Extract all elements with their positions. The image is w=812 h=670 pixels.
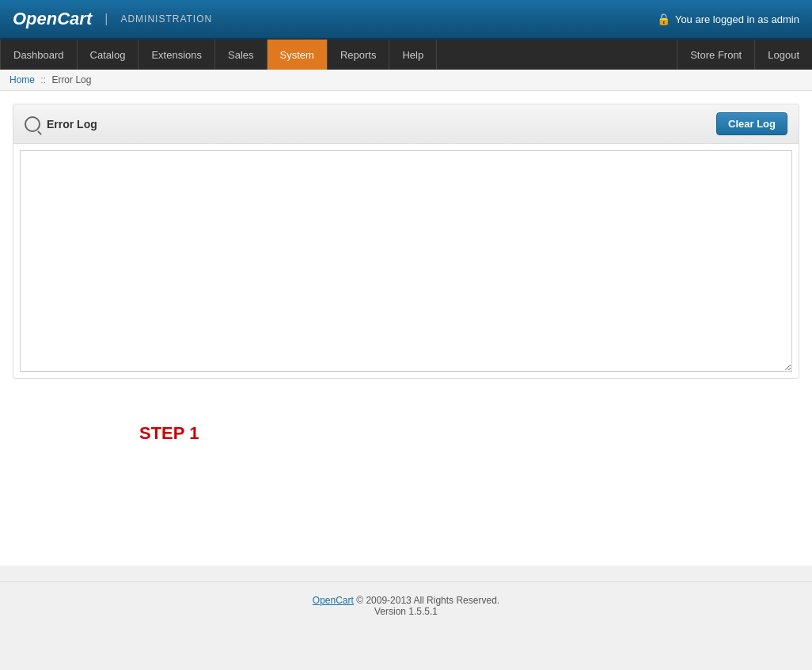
clear-log-button[interactable]: Clear Log [716,112,787,135]
error-log-panel: Error Log Clear Log [13,104,799,379]
step-text: STEP 1 [13,392,799,475]
log-textarea[interactable] [20,150,792,372]
main-content: Error Log Clear Log STEP 1 [0,91,812,566]
breadcrumb-home[interactable]: Home [9,74,35,85]
panel-title: Error Log [25,116,97,132]
panel-title-text: Error Log [47,118,97,131]
admin-label: ADMINISTRATION [120,13,212,25]
logo: OpenCart [13,9,92,29]
nav-catalog[interactable]: Catalog [78,40,139,70]
footer-brand-link[interactable]: OpenCart [313,595,354,606]
nav-system[interactable]: System [268,40,328,70]
nav-dashboard[interactable]: Dashboard [0,40,78,70]
nav-help[interactable]: Help [389,40,437,70]
nav-extensions[interactable]: Extensions [138,40,215,70]
footer-line1: OpenCart © 2009-2013 All Rights Reserved… [13,595,799,606]
header: OpenCart | ADMINISTRATION 🔒 You are logg… [0,0,812,40]
lock-icon: 🔒 [657,13,670,25]
nav-logout[interactable]: Logout [754,40,812,70]
logged-in-text: You are logged in as admin [675,13,799,25]
breadcrumb: Home :: Error Log [0,70,812,91]
header-separator: | [104,12,108,26]
search-icon [25,116,40,132]
breadcrumb-separator: :: [40,74,46,85]
nav-reports[interactable]: Reports [328,40,390,70]
footer: OpenCart © 2009-2013 All Rights Reserved… [0,581,812,630]
log-container [20,150,792,372]
footer-version: Version 1.5.5.1 [13,606,799,617]
nav-sales[interactable]: Sales [215,40,268,70]
panel-body [13,150,799,372]
panel-heading: Error Log Clear Log [13,104,799,144]
nav-storefront[interactable]: Store Front [677,40,754,70]
header-right: 🔒 You are logged in as admin [657,13,799,25]
breadcrumb-current: Error Log [51,74,91,85]
navigation: Dashboard Catalog Extensions Sales Syste… [0,40,812,70]
footer-copyright: © 2009-2013 All Rights Reserved. [356,595,499,606]
nav-left: Dashboard Catalog Extensions Sales Syste… [0,40,677,70]
nav-right: Store Front Logout [677,40,812,70]
header-left: OpenCart | ADMINISTRATION [13,9,212,29]
